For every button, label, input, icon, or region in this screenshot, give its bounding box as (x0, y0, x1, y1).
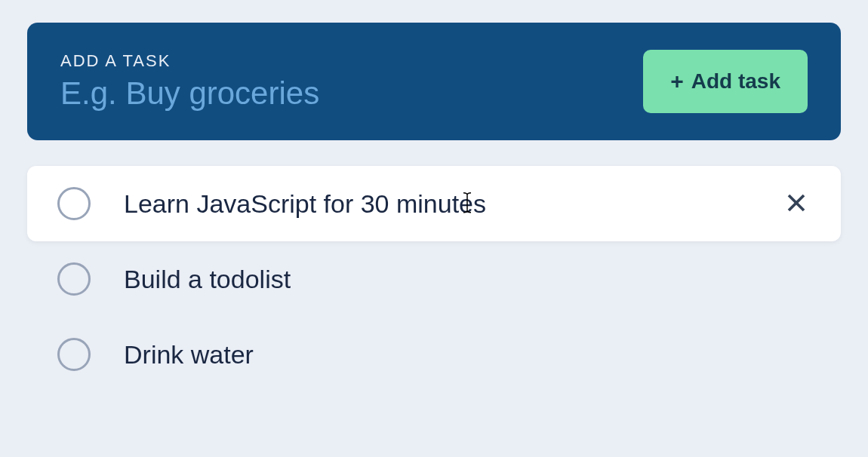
task-row[interactable]: Drink water (27, 317, 841, 392)
task-checkbox[interactable] (57, 262, 91, 296)
add-task-button-label: Add task (691, 69, 780, 94)
task-checkbox[interactable] (57, 187, 91, 220)
task-checkbox[interactable] (57, 338, 91, 371)
task-text: Build a todolist (124, 265, 811, 294)
task-text: Drink water (124, 340, 811, 370)
add-task-button[interactable]: + Add task (643, 50, 808, 113)
add-task-label: Add a task (60, 51, 643, 71)
add-task-left: Add a task (60, 51, 643, 112)
plus-icon: + (670, 70, 684, 93)
task-row[interactable]: Build a todolist (27, 241, 841, 317)
task-text: Learn JavaScript for 30 minutes (124, 189, 749, 219)
task-list: Learn JavaScript for 30 minutes Build a … (27, 166, 841, 392)
add-task-input[interactable] (60, 75, 643, 112)
close-icon (785, 192, 808, 216)
delete-task-button[interactable] (782, 189, 811, 219)
task-row[interactable]: Learn JavaScript for 30 minutes (27, 166, 841, 241)
add-task-card: Add a task + Add task (27, 23, 841, 140)
